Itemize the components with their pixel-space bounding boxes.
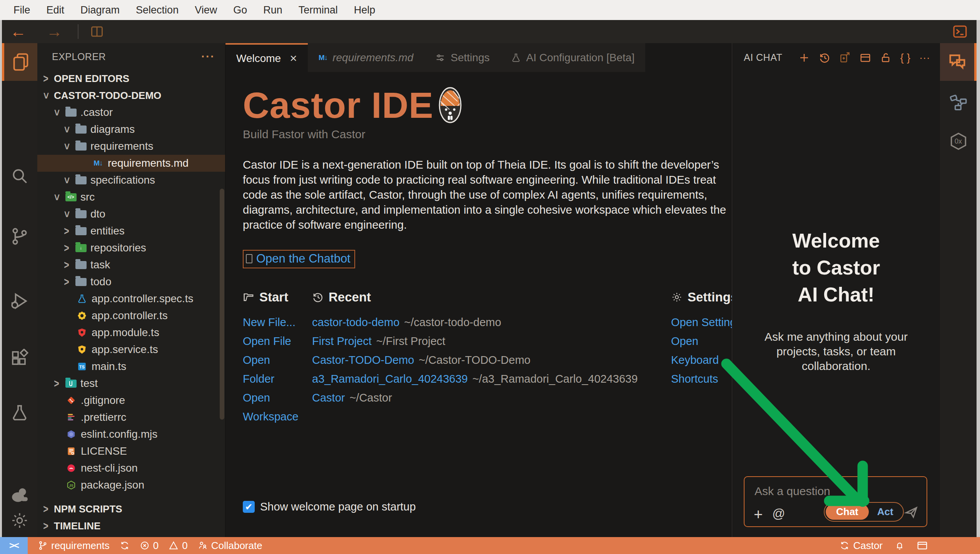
- castor-account[interactable]: Castor: [840, 540, 883, 552]
- show-welcome-toggle[interactable]: ✔ Show welcome page on startup: [243, 500, 416, 513]
- tree-item-gitignore[interactable]: .gitignore: [37, 392, 225, 409]
- close-icon[interactable]: ×: [290, 51, 297, 65]
- tab-requirements-md[interactable]: M↓ requirements.md: [308, 43, 424, 72]
- tree-item-task[interactable]: > task: [37, 256, 225, 273]
- tree-item-requirements[interactable]: > requirements: [37, 138, 225, 155]
- folder-icon: [75, 174, 87, 186]
- menu-run[interactable]: Run: [255, 4, 290, 16]
- activity-bar: [2, 43, 37, 537]
- menu-go[interactable]: Go: [225, 4, 255, 16]
- tree-item-nest-cli[interactable]: nest-cli.json: [37, 460, 225, 477]
- tree-item-package-json[interactable]: JS package.json: [37, 477, 225, 494]
- export-chat-icon[interactable]: [839, 52, 851, 64]
- chat-input[interactable]: [755, 485, 917, 498]
- menu-help[interactable]: Help: [346, 4, 384, 16]
- explorer-files-icon[interactable]: [2, 43, 37, 81]
- window-edge-left: [0, 20, 2, 554]
- test-flask-icon[interactable]: [2, 402, 37, 423]
- diagram-icon[interactable]: [940, 92, 977, 114]
- tree-section-timeline[interactable]: > TIMELINE: [37, 517, 225, 534]
- chevron-down-icon: >: [62, 208, 72, 220]
- menu-file[interactable]: File: [5, 4, 38, 16]
- chevron-down-icon: >: [52, 107, 62, 118]
- tree-section-npm-scripts[interactable]: > NPM SCRIPTS: [37, 500, 225, 517]
- notifications-bell-icon[interactable]: [894, 540, 905, 551]
- tree-item-eslint-config[interactable]: eslint.config.mjs: [37, 426, 225, 443]
- explorer-scrollbar[interactable]: [220, 189, 224, 420]
- new-chat-plus-icon[interactable]: [798, 52, 810, 64]
- tree-item-app-controller-spec[interactable]: app.controller.spec.ts: [37, 290, 225, 307]
- link-open-file[interactable]: Open File: [243, 332, 300, 351]
- unlock-icon[interactable]: [880, 52, 892, 64]
- nest-module-red-icon: [76, 326, 88, 339]
- forward-arrow-icon[interactable]: →: [36, 20, 72, 43]
- tree-item-todo[interactable]: > todo: [37, 273, 225, 290]
- extensions-icon[interactable]: [2, 347, 37, 369]
- remote-indicator[interactable]: ><: [0, 537, 28, 554]
- act-mode-button[interactable]: Act: [869, 504, 902, 520]
- tab-ai-configuration[interactable]: AI Configuration [Beta]: [500, 43, 645, 72]
- sync-icon[interactable]: [120, 541, 130, 551]
- tree-item-dto[interactable]: > dto: [37, 206, 225, 223]
- link-open-folder[interactable]: Open Folder: [243, 351, 300, 388]
- menu-view[interactable]: View: [187, 4, 225, 16]
- tree-item-requirements-md[interactable]: M↓ requirements.md: [37, 155, 225, 172]
- tree-item-entities[interactable]: > entities: [37, 223, 225, 239]
- menu-diagram[interactable]: Diagram: [72, 4, 128, 16]
- open-chatbot-button[interactable]: Open the Chatbot: [243, 250, 355, 268]
- layout-panel-icon[interactable]: [860, 52, 871, 64]
- menu-selection[interactable]: Selection: [128, 4, 187, 16]
- tree-item-app-module[interactable]: app.module.ts: [37, 324, 225, 341]
- collaborate-button[interactable]: Collaborate: [198, 540, 262, 552]
- tree-item-app-controller[interactable]: app.controller.ts: [37, 307, 225, 324]
- mention-at-icon[interactable]: @: [772, 506, 785, 521]
- tree-item-app-service[interactable]: app.service.ts: [37, 341, 225, 358]
- back-arrow-icon[interactable]: ←: [0, 20, 36, 43]
- warnings-indicator[interactable]: 0: [169, 540, 187, 552]
- braces-icon[interactable]: { }: [900, 52, 910, 64]
- tree-item-diagrams[interactable]: > diagrams: [37, 121, 225, 138]
- hex-0x-icon[interactable]: 0x: [940, 131, 977, 152]
- folder-open-icon: [243, 291, 254, 303]
- settings-gear-icon[interactable]: [2, 510, 37, 531]
- chat-history-icon[interactable]: [819, 52, 830, 64]
- run-debug-icon[interactable]: [2, 290, 37, 312]
- source-control-icon[interactable]: [2, 226, 37, 247]
- link-new-file[interactable]: New File...: [243, 313, 300, 332]
- ai-chat-bubbles-icon[interactable]: [940, 43, 977, 81]
- split-editor-icon[interactable]: [90, 25, 104, 38]
- link-open-workspace[interactable]: Open Workspace: [243, 388, 300, 426]
- send-icon[interactable]: [903, 505, 919, 520]
- tree-item-license[interactable]: LICENSE: [37, 443, 225, 460]
- panel-layout-icon[interactable]: [917, 540, 928, 551]
- chat-mode-button[interactable]: Chat: [826, 504, 869, 520]
- branch-indicator[interactable]: requirements: [38, 540, 110, 552]
- collaborate-icon: [198, 541, 208, 551]
- page-title: Castor IDE: [243, 87, 434, 124]
- tab-welcome[interactable]: Welcome ×: [225, 43, 308, 72]
- recent-item[interactable]: Castor~/Castor: [312, 388, 745, 407]
- errors-indicator[interactable]: 0: [140, 540, 159, 552]
- repositories-folder-icon: ↓: [75, 242, 87, 254]
- tree-item-specifications[interactable]: > specifications: [37, 172, 225, 189]
- chat-act-toggle[interactable]: Chat Act: [824, 502, 904, 522]
- attach-plus-icon[interactable]: +: [754, 506, 763, 523]
- terminal-icon[interactable]: [952, 24, 968, 39]
- tree-section-root[interactable]: > CASTOR-TODO-DEMO: [37, 87, 225, 104]
- tree-item-repositories[interactable]: > ↓ repositories: [37, 239, 225, 256]
- tree-section-open-editors[interactable]: > OPEN EDITORS: [37, 70, 225, 87]
- explorer-more-icon[interactable]: ···: [201, 50, 215, 63]
- menu-edit[interactable]: Edit: [38, 4, 73, 16]
- tab-settings[interactable]: Settings: [424, 43, 500, 72]
- search-icon[interactable]: [2, 165, 37, 187]
- checkbox-checked-icon[interactable]: ✔: [243, 501, 255, 513]
- more-actions-icon[interactable]: ···: [919, 52, 930, 64]
- chevron-down-icon: >: [62, 174, 72, 186]
- menu-terminal[interactable]: Terminal: [290, 4, 346, 16]
- tree-item-castor-folder[interactable]: > .castor: [37, 104, 225, 121]
- tree-item-prettierrc[interactable]: .prettierrc: [37, 409, 225, 426]
- tree-item-test[interactable]: > test: [37, 375, 225, 392]
- tree-item-src[interactable]: > </> src: [37, 189, 225, 206]
- castor-beaver-icon[interactable]: [2, 484, 37, 505]
- tree-item-main-ts[interactable]: TS main.ts: [37, 358, 225, 375]
